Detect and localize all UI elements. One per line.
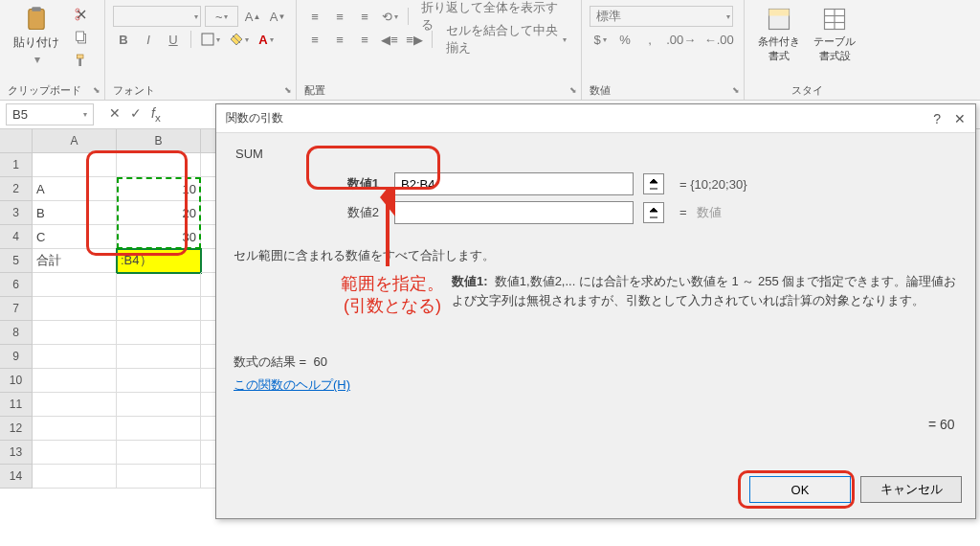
align-top-button[interactable]: ≡ (304, 6, 325, 27)
dialog-titlebar[interactable]: 関数の引数 ? ✕ (216, 104, 975, 133)
comma-format-button[interactable]: , (639, 29, 660, 50)
cell[interactable] (117, 297, 201, 321)
increase-indent-button[interactable]: ≡▶ (404, 29, 425, 50)
cell[interactable] (117, 465, 201, 489)
align-left-button[interactable]: ≡ (304, 29, 325, 50)
cell[interactable] (33, 321, 117, 345)
row-header[interactable]: 7 (0, 297, 33, 321)
decrease-decimal-button[interactable]: ←.00 (702, 29, 737, 50)
accounting-format-button[interactable]: $▾ (590, 29, 611, 50)
font-family-dropdown[interactable]: ▾ (113, 6, 201, 27)
row-header[interactable]: 12 (0, 417, 33, 441)
chevron-down-icon: ▾ (34, 53, 40, 66)
orientation-button[interactable]: ⟲▾ (379, 6, 401, 27)
column-header[interactable]: A (33, 129, 117, 153)
ok-button[interactable]: OK (749, 476, 851, 503)
dialog-launcher-icon[interactable]: ⬊ (569, 85, 577, 95)
cancel-button[interactable]: キャンセル (860, 476, 962, 503)
number-format-dropdown[interactable]: 標準▾ (590, 6, 733, 27)
cell[interactable] (117, 441, 201, 465)
cancel-formula-button[interactable]: ✕ (109, 105, 121, 124)
cell[interactable]: A (33, 177, 117, 201)
row-header[interactable]: 6 (0, 273, 33, 297)
arg1-input[interactable] (394, 172, 634, 195)
row-header[interactable]: 10 (0, 369, 33, 393)
merge-center-button[interactable]: セルを結合して中央揃え▾ (439, 29, 573, 50)
row-header[interactable]: 1 (0, 153, 33, 177)
row-header[interactable]: 14 (0, 465, 33, 489)
cell[interactable] (117, 393, 201, 417)
row-header[interactable]: 2 (0, 177, 33, 201)
dialog-launcher-icon[interactable]: ⬊ (732, 85, 740, 95)
arg2-input[interactable] (394, 201, 634, 224)
row-header[interactable]: 9 (0, 345, 33, 369)
select-all-corner[interactable] (0, 129, 33, 153)
italic-button[interactable]: I (138, 29, 159, 50)
cell[interactable] (33, 465, 117, 489)
cell[interactable]: 30 (117, 225, 201, 249)
underline-button[interactable]: U (163, 29, 184, 50)
align-center-button[interactable]: ≡ (329, 29, 350, 50)
cell[interactable] (33, 369, 117, 393)
cell[interactable] (33, 393, 117, 417)
conditional-formatting-button[interactable]: 条件付き 書式 (752, 4, 806, 65)
cell[interactable] (33, 417, 117, 441)
copy-button[interactable] (71, 27, 92, 48)
column-header[interactable]: B (117, 129, 201, 153)
help-icon[interactable]: ? (933, 111, 941, 126)
dialog-launcher-icon[interactable]: ⬊ (284, 85, 292, 95)
row-header[interactable]: 8 (0, 321, 33, 345)
name-box[interactable]: B5 ▾ (6, 103, 94, 125)
font-size-dropdown[interactable]: ~▾ (205, 6, 238, 27)
cell[interactable] (33, 273, 117, 297)
cell[interactable]: B (33, 201, 117, 225)
align-middle-button[interactable]: ≡ (329, 6, 350, 27)
cell[interactable] (33, 297, 117, 321)
borders-button[interactable]: ▾ (198, 29, 223, 50)
cell[interactable] (117, 273, 201, 297)
fill-color-button[interactable]: ▾ (227, 29, 252, 50)
cell[interactable] (117, 153, 201, 177)
align-bottom-button[interactable]: ≡ (354, 6, 375, 27)
cell[interactable] (33, 153, 117, 177)
cell[interactable] (33, 345, 117, 369)
increase-font-button[interactable]: A▲ (242, 6, 263, 27)
alignment-label: 配置 (304, 83, 325, 98)
insert-function-button[interactable]: fx (151, 105, 161, 124)
row-header[interactable]: 13 (0, 441, 33, 465)
cell[interactable] (117, 321, 201, 345)
format-painter-button[interactable] (71, 50, 92, 71)
increase-decimal-button[interactable]: .00→ (664, 29, 699, 50)
align-right-button[interactable]: ≡ (354, 29, 375, 50)
cell[interactable]: :B4） (117, 249, 201, 273)
cell[interactable] (33, 441, 117, 465)
dialog-launcher-icon[interactable]: ⬊ (93, 85, 100, 95)
row-header[interactable]: 3 (0, 201, 33, 225)
paste-button[interactable]: 貼り付け ▾ (8, 4, 65, 68)
function-help-link[interactable]: この関数のヘルプ(H) (234, 377, 350, 392)
percent-format-button[interactable]: % (614, 29, 635, 50)
cell[interactable] (117, 369, 201, 393)
bold-button[interactable]: B (113, 29, 134, 50)
cell[interactable] (117, 417, 201, 441)
decrease-font-button[interactable]: A▼ (267, 6, 288, 27)
cell[interactable]: 20 (117, 201, 201, 225)
svg-rect-6 (77, 55, 83, 58)
cell[interactable]: 10 (117, 177, 201, 201)
row-header[interactable]: 11 (0, 393, 33, 417)
collapse-dialog-button[interactable] (643, 202, 664, 223)
close-icon[interactable]: ✕ (954, 111, 966, 126)
cell[interactable] (117, 345, 201, 369)
row-header[interactable]: 5 (0, 249, 33, 273)
function-description: セル範囲に含まれる数値をすべて合計します。 (234, 247, 960, 264)
cut-button[interactable] (71, 4, 92, 25)
cell[interactable]: 合計 (33, 249, 117, 273)
decrease-indent-button[interactable]: ◀≡ (379, 29, 400, 50)
enter-formula-button[interactable]: ✓ (130, 105, 142, 124)
collapse-dialog-button[interactable] (643, 173, 664, 194)
ribbon-group-styles: 条件付き 書式 テーブル 書式設 スタイ (745, 0, 869, 100)
row-header[interactable]: 4 (0, 225, 33, 249)
font-color-button[interactable]: A▾ (256, 29, 277, 50)
cell[interactable]: C (33, 225, 117, 249)
format-as-table-button[interactable]: テーブル 書式設 (808, 4, 861, 65)
